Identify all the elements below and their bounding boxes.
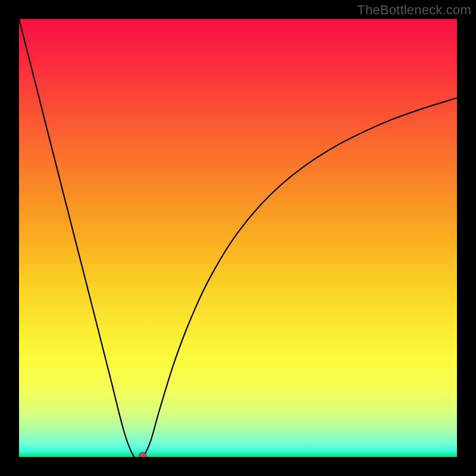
plot-area (19, 19, 457, 457)
bottleneck-chart (19, 19, 457, 457)
watermark-text: TheBottleneck.com (357, 2, 471, 18)
outer-frame: TheBottleneck.com (0, 0, 476, 476)
gradient-background (19, 19, 457, 457)
